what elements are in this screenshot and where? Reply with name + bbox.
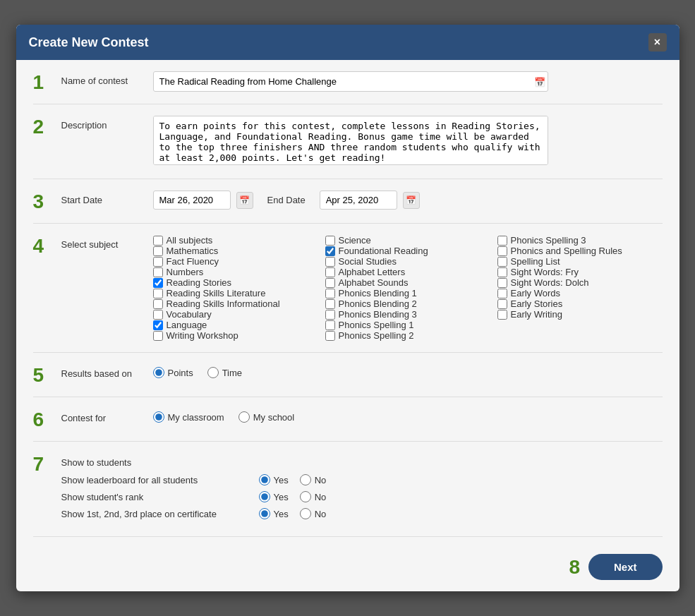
radio-cert-no-input[interactable] [300, 508, 311, 519]
label-language: Language [167, 320, 207, 330]
step1-row: 1 Name of contest 📅 [33, 71, 663, 104]
radio-rank-no: No [300, 491, 327, 502]
next-button[interactable]: Next [588, 554, 663, 580]
radio-lb-no-input[interactable] [300, 474, 311, 485]
radio-cert-yes: Yes [259, 508, 289, 519]
start-date-input[interactable] [153, 191, 231, 210]
checkbox-reading-stories[interactable] [153, 278, 163, 288]
label-phonics-spelling1: Phonics Spelling 1 [339, 320, 414, 330]
step1-number: 1 [33, 71, 61, 92]
subjects-col2: Science Foundational Reading Social Stud… [325, 235, 490, 341]
description-input[interactable]: To earn points for this contest, complet… [153, 116, 548, 165]
checkbox-all-subjects[interactable] [153, 236, 163, 246]
checkbox-reading-skills-informational[interactable] [153, 299, 163, 309]
contest-name-input[interactable] [153, 71, 548, 92]
radio-cert-no-label: No [315, 509, 327, 519]
subject-phonics-blending1: Phonics Blending 1 [325, 288, 490, 298]
radio-rank-yes: Yes [259, 491, 289, 502]
checkbox-phonics-spelling2[interactable] [325, 331, 335, 341]
checkbox-phonics-blending1[interactable] [325, 289, 335, 298]
radio-lb-no-label: No [315, 475, 327, 485]
step2-row: 2 Description To earn points for this co… [33, 116, 663, 179]
checkbox-fact-fluency[interactable] [153, 257, 163, 267]
checkbox-phonics-spelling1[interactable] [325, 320, 335, 330]
show-leaderboard-label: Show leaderboard for all students [61, 475, 259, 485]
subjects-col3: Phonics Spelling 3 Phonics and Spelling … [497, 235, 663, 341]
label-reading-skills-literature: Reading Skills Literature [167, 288, 266, 298]
label-numbers: Numbers [167, 267, 204, 277]
label-science: Science [339, 235, 371, 246]
subject-reading-skills-literature: Reading Skills Literature [153, 288, 318, 298]
show-cert-label: Show 1st, 2nd, 3rd place on certificate [61, 509, 259, 519]
radio-my-classroom-input[interactable] [153, 411, 164, 423]
create-contest-modal: Create New Contest × 1 Name of contest 📅… [16, 25, 679, 591]
step3-row: 3 Start Date 📅 End Date 📅 [33, 191, 663, 224]
subject-spelling-list: Spelling List [497, 256, 663, 267]
checkbox-science[interactable] [325, 236, 335, 246]
step2-number: 2 [33, 116, 61, 137]
radio-cert-no: No [300, 508, 327, 519]
radio-my-school: My school [238, 411, 295, 423]
subject-social-studies: Social Studies [325, 256, 490, 267]
checkbox-sight-words-dolch[interactable] [497, 278, 507, 288]
start-date-calendar-icon[interactable]: 📅 [236, 192, 253, 209]
checkbox-language[interactable] [153, 320, 163, 330]
contest-for-radio-group: My classroom My school [153, 409, 663, 423]
checkbox-early-stories[interactable] [497, 299, 507, 309]
radio-rank-no-input[interactable] [300, 491, 311, 502]
step7-content: Show leaderboard for all students Yes No [33, 474, 663, 525]
subject-alphabet-letters: Alphabet Letters [325, 267, 490, 277]
checkbox-phonics-spelling3[interactable] [497, 236, 507, 246]
subject-foundational-reading: Foundational Reading [325, 246, 490, 256]
subject-phonics-spelling2: Phonics Spelling 2 [325, 330, 490, 341]
radio-my-school-input[interactable] [238, 411, 250, 423]
checkbox-early-writing[interactable] [497, 310, 507, 320]
checkbox-early-words[interactable] [497, 289, 507, 298]
label-early-writing: Early Writing [511, 309, 562, 320]
radio-lb-yes: Yes [259, 474, 289, 485]
step7-row: 7 Show to students Show leaderboard for … [33, 453, 663, 537]
step1-label: Name of contest [61, 71, 153, 86]
end-date-calendar-icon[interactable]: 📅 [403, 192, 420, 209]
subject-fact-fluency: Fact Fluency [153, 256, 318, 267]
step4-number: 4 [33, 235, 61, 256]
show-cert-row: Show 1st, 2nd, 3rd place on certificate … [61, 508, 663, 519]
subject-reading-skills-informational: Reading Skills Informational [153, 298, 318, 309]
checkbox-writing-workshop[interactable] [153, 331, 163, 341]
label-vocabulary: Vocabulary [167, 309, 212, 320]
checkbox-alphabet-sounds[interactable] [325, 278, 335, 288]
radio-cert-yes-input[interactable] [259, 508, 270, 519]
checkbox-alphabet-letters[interactable] [325, 267, 335, 277]
step6-number: 6 [33, 409, 61, 430]
subject-alphabet-sounds: Alphabet Sounds [325, 277, 490, 288]
step2-content: To earn points for this contest, complet… [153, 116, 663, 167]
subjects-grid: All subjects Mathematics Fact Fluency [153, 235, 663, 341]
step5-content: Points Time [153, 364, 663, 378]
label-early-words: Early Words [511, 288, 561, 298]
checkbox-social-studies[interactable] [325, 257, 335, 267]
radio-lb-yes-input[interactable] [259, 474, 270, 485]
checkbox-mathematics[interactable] [153, 246, 163, 256]
step1-content: 📅 [153, 71, 663, 92]
checkbox-phonics-blending3[interactable] [325, 310, 335, 320]
radio-rank-yes-input[interactable] [259, 491, 270, 502]
checkbox-phonics-spelling-rules[interactable] [497, 246, 507, 256]
checkbox-sight-words-fry[interactable] [497, 267, 507, 277]
radio-points-input[interactable] [153, 367, 164, 378]
subject-phonics-spelling-rules: Phonics and Spelling Rules [497, 246, 663, 256]
checkbox-spelling-list[interactable] [497, 257, 507, 267]
checkbox-foundational-reading[interactable] [325, 246, 335, 256]
checkbox-numbers[interactable] [153, 267, 163, 277]
show-rank-radios: Yes No [259, 491, 327, 502]
radio-time: Time [207, 367, 242, 378]
checkbox-vocabulary[interactable] [153, 310, 163, 320]
label-fact-fluency: Fact Fluency [167, 256, 219, 267]
checkbox-phonics-blending2[interactable] [325, 299, 335, 309]
step5-number: 5 [33, 364, 61, 385]
label-all-subjects: All subjects [167, 235, 213, 246]
end-date-input[interactable] [320, 191, 397, 210]
close-button[interactable]: × [648, 33, 667, 52]
checkbox-reading-skills-literature[interactable] [153, 289, 163, 298]
radio-time-input[interactable] [207, 367, 219, 378]
modal-body: 1 Name of contest 📅 2 Description To ear… [16, 60, 679, 591]
